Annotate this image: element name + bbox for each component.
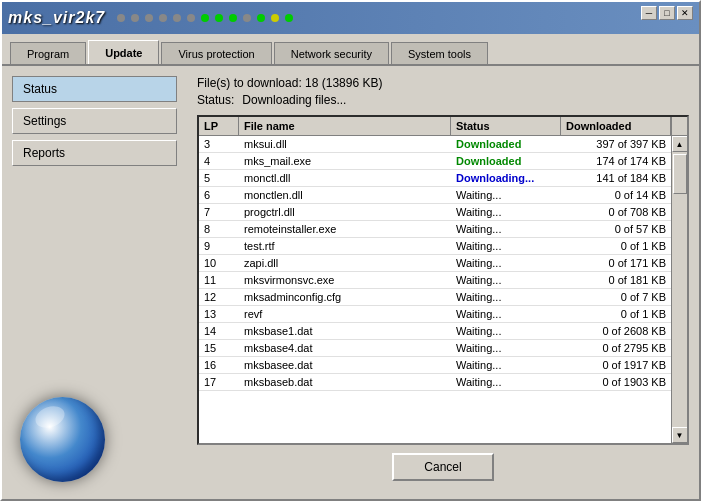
dot-icon-6 [187, 14, 195, 22]
cell-filename: progctrl.dll [239, 204, 451, 220]
main-window: mks_vir2k7 ─ □ ✕ Program Update [0, 0, 701, 501]
sidebar-logo [12, 389, 112, 489]
cell-status: Waiting... [451, 340, 561, 356]
cell-lp: 13 [199, 306, 239, 322]
sidebar-item-reports[interactable]: Reports [12, 140, 177, 166]
cell-status: Waiting... [451, 357, 561, 373]
sidebar-item-settings[interactable]: Settings [12, 108, 177, 134]
status-line: Status: Downloading files... [197, 93, 689, 107]
dot-icon-2 [131, 14, 139, 22]
main-content: Status Settings Reports File(s) to downl… [2, 66, 699, 499]
cell-downloaded: 0 of 1903 KB [561, 374, 671, 390]
scroll-up-button[interactable]: ▲ [672, 136, 688, 152]
cell-filename: mksui.dll [239, 136, 451, 152]
cell-lp: 11 [199, 272, 239, 288]
cell-lp: 10 [199, 255, 239, 271]
tabs-bar: Program Update Virus protection Network … [2, 34, 699, 66]
cell-status: Downloaded [451, 136, 561, 152]
sidebar-item-status[interactable]: Status [12, 76, 177, 102]
tab-system-tools[interactable]: System tools [391, 42, 488, 64]
dot-icon-9 [229, 14, 237, 22]
file-table: LP File name Status Downloaded 3 mksui.d… [197, 115, 689, 445]
cell-downloaded: 0 of 2795 KB [561, 340, 671, 356]
cell-filename: mksvirmonsvc.exe [239, 272, 451, 288]
table-row: 7 progctrl.dll Waiting... 0 of 708 KB [199, 204, 671, 221]
dot-icon-5 [173, 14, 181, 22]
col-lp: LP [199, 117, 239, 135]
cell-lp: 8 [199, 221, 239, 237]
cell-status: Waiting... [451, 323, 561, 339]
content-area: File(s) to download: 18 (13896 KB) Statu… [187, 66, 699, 499]
dot-icon-1 [117, 14, 125, 22]
cell-downloaded: 0 of 1917 KB [561, 357, 671, 373]
cell-filename: revf [239, 306, 451, 322]
minimize-button[interactable]: ─ [641, 6, 657, 20]
dot-icon-7 [201, 14, 209, 22]
cell-downloaded: 0 of 181 KB [561, 272, 671, 288]
cell-lp: 17 [199, 374, 239, 390]
table-header: LP File name Status Downloaded [199, 117, 687, 136]
cell-filename: mksadminconfig.cfg [239, 289, 451, 305]
cell-status: Waiting... [451, 187, 561, 203]
table-row: 5 monctl.dll Downloading... 141 of 184 K… [199, 170, 671, 187]
scrollbar[interactable]: ▲ ▼ [671, 136, 687, 443]
cell-status: Downloading... [451, 170, 561, 186]
cell-lp: 4 [199, 153, 239, 169]
table-row: 3 mksui.dll Downloaded 397 of 397 KB [199, 136, 671, 153]
cell-downloaded: 0 of 57 KB [561, 221, 671, 237]
cancel-button[interactable]: Cancel [392, 453, 493, 481]
table-body[interactable]: 3 mksui.dll Downloaded 397 of 397 KB 4 m… [199, 136, 671, 443]
cell-filename: mksbasee.dat [239, 357, 451, 373]
close-button[interactable]: ✕ [677, 6, 693, 20]
cell-lp: 14 [199, 323, 239, 339]
cell-downloaded: 0 of 171 KB [561, 255, 671, 271]
cell-status: Waiting... [451, 255, 561, 271]
cell-lp: 12 [199, 289, 239, 305]
scroll-down-button[interactable]: ▼ [672, 427, 688, 443]
cell-filename: mksbaseb.dat [239, 374, 451, 390]
table-row: 11 mksvirmonsvc.exe Waiting... 0 of 181 … [199, 272, 671, 289]
status-label: Status: [197, 93, 234, 107]
cell-status: Waiting... [451, 238, 561, 254]
cell-filename: monctlen.dll [239, 187, 451, 203]
files-to-download-text: File(s) to download: 18 (13896 KB) [197, 76, 689, 90]
cell-filename: test.rtf [239, 238, 451, 254]
cell-filename: mks_mail.exe [239, 153, 451, 169]
cell-lp: 16 [199, 357, 239, 373]
cell-downloaded: 174 of 174 KB [561, 153, 671, 169]
cell-lp: 5 [199, 170, 239, 186]
col-status: Status [451, 117, 561, 135]
cell-lp: 6 [199, 187, 239, 203]
cell-downloaded: 397 of 397 KB [561, 136, 671, 152]
dot-icon-13 [285, 14, 293, 22]
tab-virus-protection[interactable]: Virus protection [161, 42, 271, 64]
table-row: 17 mksbaseb.dat Waiting... 0 of 1903 KB [199, 374, 671, 391]
dot-icon-12 [271, 14, 279, 22]
cell-lp: 9 [199, 238, 239, 254]
cell-filename: remoteinstaller.exe [239, 221, 451, 237]
table-row: 15 mksbase4.dat Waiting... 0 of 2795 KB [199, 340, 671, 357]
cell-lp: 7 [199, 204, 239, 220]
cell-filename: mksbase1.dat [239, 323, 451, 339]
table-row: 4 mks_mail.exe Downloaded 174 of 174 KB [199, 153, 671, 170]
globe-icon [20, 397, 105, 482]
sidebar: Status Settings Reports [2, 66, 187, 499]
cell-filename: zapi.dll [239, 255, 451, 271]
dot-icon-10 [243, 14, 251, 22]
footer: Cancel [197, 445, 689, 489]
title-bar-icons [117, 14, 293, 22]
cell-status: Waiting... [451, 306, 561, 322]
scroll-thumb[interactable] [673, 154, 687, 194]
title-bar: mks_vir2k7 ─ □ ✕ [2, 2, 699, 34]
cell-status: Waiting... [451, 204, 561, 220]
tab-update[interactable]: Update [88, 40, 159, 64]
cell-downloaded: 0 of 14 KB [561, 187, 671, 203]
tab-program[interactable]: Program [10, 42, 86, 64]
dot-icon-8 [215, 14, 223, 22]
dot-icon-3 [145, 14, 153, 22]
table-row: 13 revf Waiting... 0 of 1 KB [199, 306, 671, 323]
table-row: 8 remoteinstaller.exe Waiting... 0 of 57… [199, 221, 671, 238]
dot-icon-4 [159, 14, 167, 22]
maximize-button[interactable]: □ [659, 6, 675, 20]
tab-network-security[interactable]: Network security [274, 42, 389, 64]
